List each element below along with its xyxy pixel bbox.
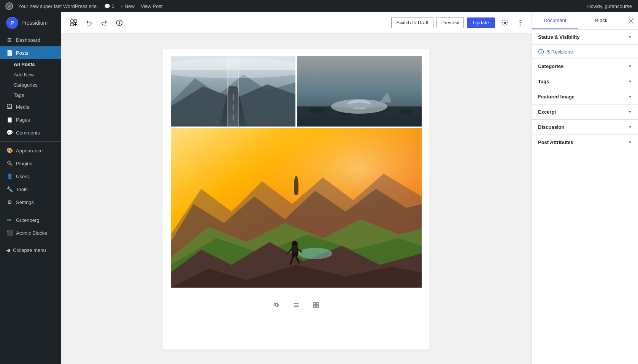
collapse-label: Collapse menu bbox=[13, 247, 46, 253]
media-icon: 🖼 bbox=[6, 103, 13, 110]
tab-document[interactable]: Document bbox=[532, 12, 578, 29]
svg-rect-42 bbox=[293, 245, 298, 252]
tab-block[interactable]: Block bbox=[578, 12, 625, 29]
status-chevron-icon: ▼ bbox=[628, 35, 632, 39]
sidebar-item-media[interactable]: 🖼 Media bbox=[0, 100, 61, 113]
switch-draft-label: Switch to Draft bbox=[396, 20, 429, 25]
settings-button[interactable] bbox=[498, 16, 512, 30]
dashboard-icon: ⊞ bbox=[6, 36, 13, 43]
list-icon-button[interactable] bbox=[290, 299, 302, 311]
revisions-label: 5 Revisions bbox=[547, 49, 573, 55]
switch-draft-button[interactable]: Switch to Draft bbox=[391, 17, 433, 28]
comment-icon: 💬 bbox=[104, 3, 110, 9]
status-visibility-label: Status & Visibility bbox=[538, 34, 580, 40]
sidebar-sub-tags[interactable]: Tags bbox=[0, 90, 61, 100]
sidebar-item-tools[interactable]: 🔧 Tools bbox=[0, 183, 61, 196]
sidebar-item-label: Tools bbox=[16, 187, 27, 192]
categories-header[interactable]: Categories ▼ bbox=[532, 59, 638, 74]
more-options-button[interactable] bbox=[515, 16, 525, 30]
sidebar-sub-add-new[interactable]: Add New bbox=[0, 70, 61, 80]
sidebar-item-comments[interactable]: 💬 Comments bbox=[0, 126, 61, 139]
sidebar-item-appearance[interactable]: 🎨 Appearance bbox=[0, 144, 61, 157]
excerpt-label: Excerpt bbox=[538, 109, 556, 115]
svg-rect-51 bbox=[313, 302, 316, 305]
status-visibility-header[interactable]: Status & Visibility ▼ bbox=[532, 30, 638, 44]
sidebar-item-label: Plugins bbox=[16, 161, 32, 166]
info-button[interactable] bbox=[113, 16, 126, 30]
pages-icon: 📋 bbox=[6, 116, 13, 123]
adminbar-comments[interactable]: 💬 0 bbox=[101, 0, 117, 12]
editor-container: Switch to Draft Preview Update bbox=[61, 12, 532, 364]
section-post-attributes: Post Attributes ▼ bbox=[532, 135, 638, 150]
sidebar-item-posts[interactable]: 📄 Posts bbox=[0, 46, 61, 59]
adminbar-new[interactable]: + New bbox=[117, 0, 138, 12]
users-icon: 👤 bbox=[6, 173, 13, 180]
svg-point-22 bbox=[309, 107, 325, 114]
view-post-label: View Post bbox=[141, 3, 163, 9]
audio-icon-button[interactable] bbox=[270, 299, 282, 311]
sidebar-item-label: Settings bbox=[16, 199, 34, 205]
tags-header[interactable]: Tags ▼ bbox=[532, 74, 638, 89]
svg-point-6 bbox=[119, 21, 120, 22]
plane-image-placeholder bbox=[297, 56, 422, 127]
sidebar-item-users[interactable]: 👤 Users bbox=[0, 170, 61, 183]
undo-button[interactable] bbox=[82, 16, 96, 30]
adminbar-view-post[interactable]: View Post bbox=[138, 0, 166, 12]
sidebar-item-pages[interactable]: 📋 Pages bbox=[0, 113, 61, 126]
sidebar-item-gutenberg[interactable]: ✏ Gutenberg bbox=[0, 214, 61, 226]
redo-button[interactable] bbox=[97, 16, 111, 30]
close-panel-button[interactable] bbox=[624, 14, 638, 28]
add-block-button[interactable] bbox=[67, 16, 81, 30]
gallery-bottom-bar bbox=[163, 291, 429, 319]
svg-point-25 bbox=[398, 109, 413, 115]
sidebar-item-dashboard[interactable]: ⊞ Dashboard bbox=[0, 33, 61, 46]
svg-point-7 bbox=[504, 22, 506, 24]
adminbar-site-name[interactable]: Your new super fast WordPress site. bbox=[15, 0, 101, 12]
collapse-icon: ◀ bbox=[6, 247, 10, 253]
sidebar-sub-all-posts[interactable]: All Posts bbox=[0, 59, 61, 70]
tags-label: Tags bbox=[538, 79, 549, 84]
sidebar-item-settings[interactable]: ⚙ Settings bbox=[0, 196, 61, 209]
wp-logo-icon[interactable]: W bbox=[3, 0, 15, 12]
gallery-image-plane bbox=[297, 56, 422, 127]
preview-label: Preview bbox=[441, 20, 459, 25]
right-panel-scroll[interactable]: Status & Visibility ▼ 5 Revisions Catego… bbox=[532, 30, 638, 364]
block-tab-label: Block bbox=[595, 17, 607, 23]
collapse-menu-button[interactable]: ◀ Collapse menu bbox=[0, 244, 61, 256]
hiker-image-placeholder bbox=[171, 128, 422, 288]
sidebar-brand[interactable]: P Pressidium bbox=[0, 12, 61, 33]
sidebar-item-atomic-blocks[interactable]: ⬛ Atomic Blocks bbox=[0, 226, 61, 239]
right-panel-header: Document Block bbox=[532, 12, 638, 30]
gallery-icon-button[interactable] bbox=[310, 299, 322, 311]
toolbar-right-actions: Switch to Draft Preview Update bbox=[391, 16, 525, 30]
update-label: Update bbox=[473, 20, 489, 25]
post-attributes-header[interactable]: Post Attributes ▼ bbox=[532, 135, 638, 150]
sidebar-item-label: Comments bbox=[16, 130, 40, 136]
editor-content[interactable] bbox=[61, 33, 532, 364]
revisions-row[interactable]: 5 Revisions bbox=[532, 45, 638, 59]
featured-image-label: Featured Image bbox=[538, 94, 575, 100]
section-revisions: 5 Revisions bbox=[532, 45, 638, 59]
svg-point-9 bbox=[520, 22, 521, 23]
brand-name: Pressidium bbox=[21, 20, 48, 26]
preview-button[interactable]: Preview bbox=[436, 17, 464, 28]
section-categories: Categories ▼ bbox=[532, 59, 638, 74]
sidebar-item-label: Posts bbox=[16, 50, 29, 56]
categories-label: Categories bbox=[538, 63, 563, 69]
sidebar-item-plugins[interactable]: 🔌 Plugins bbox=[0, 157, 61, 170]
main-layout: P Pressidium ⊞ Dashboard 📄 Posts All Pos… bbox=[0, 12, 638, 364]
sidebar-sub-categories[interactable]: Categories bbox=[0, 80, 61, 90]
sidebar-item-label: Gutenberg bbox=[16, 217, 39, 223]
section-status-visibility: Status & Visibility ▼ bbox=[532, 30, 638, 45]
discussion-header[interactable]: Discussion ▼ bbox=[532, 120, 638, 135]
new-label: + New bbox=[121, 3, 135, 9]
add-new-label: Add New bbox=[14, 72, 34, 78]
plugins-icon: 🔌 bbox=[6, 160, 13, 167]
gallery-image-road bbox=[171, 56, 295, 127]
svg-text:W: W bbox=[8, 4, 11, 8]
featured-image-header[interactable]: Featured Image ▼ bbox=[532, 89, 638, 104]
update-button[interactable]: Update bbox=[467, 17, 495, 28]
excerpt-header[interactable]: Excerpt ▼ bbox=[532, 104, 638, 119]
categories-chevron-icon: ▼ bbox=[628, 64, 632, 68]
discussion-chevron-icon: ▼ bbox=[628, 125, 632, 129]
